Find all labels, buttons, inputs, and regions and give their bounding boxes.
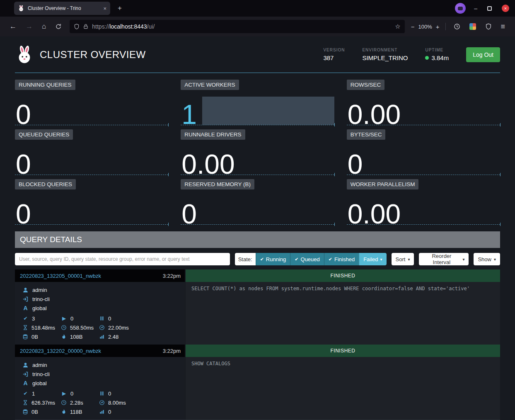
query-source: trino-cli <box>32 296 50 302</box>
bookmark-star-icon[interactable]: ☆ <box>395 23 400 30</box>
stat-active-workers: ACTIVE WORKERS 1 <box>181 80 334 125</box>
query-user-row: admin <box>22 285 185 294</box>
queued-splits: 0 <box>99 389 185 398</box>
stat-queued-queries: QUEUED QUERIES 0 <box>15 129 168 175</box>
history-clock-icon[interactable] <box>454 23 460 30</box>
privacy-shield-icon[interactable] <box>485 23 492 30</box>
resource-group-icon: A <box>22 305 29 311</box>
query-id-link[interactable]: 20220823_132202_00000_nwbzk <box>20 348 163 354</box>
query-id-link[interactable]: 20220823_132205_00001_nwbzk <box>20 273 163 279</box>
stat-label: BYTES/SEC <box>347 129 386 140</box>
zoom-level[interactable]: 100% <box>417 24 433 30</box>
check-icon: ✔ <box>260 257 264 262</box>
back-button[interactable]: ← <box>5 22 21 31</box>
cpu-time: 22.00ms <box>99 323 185 332</box>
stat-worker-parallelism: WORKER PARALLELISM 0.00 <box>347 179 500 225</box>
filter-running-button[interactable]: ✔ Running <box>256 253 290 265</box>
running-splits: ▶ 0 <box>61 314 99 323</box>
environment-label: ENVIRONMENT <box>362 48 408 52</box>
version-label: VERSION <box>323 48 345 52</box>
query-sql-text: SELECT COUNT(*) as nodes FROM system.run… <box>186 282 500 345</box>
database-icon <box>22 334 28 340</box>
cpu-time-value: 8.00ms <box>108 400 126 406</box>
sort-dropdown[interactable]: Sort ▾ <box>392 253 414 265</box>
page-header: CLUSTER OVERVIEW VERSION 387 ENVIRONMENT… <box>15 36 500 73</box>
cumulative-memory-value: 0 <box>108 409 111 415</box>
restore-button[interactable] <box>487 6 492 11</box>
check-icon: ✔ <box>329 257 332 262</box>
home-button[interactable]: ⌂ <box>37 22 51 31</box>
queued-time-value: 626.37ms <box>31 400 55 406</box>
query-status-badge: FINISHED <box>186 345 500 357</box>
elapsed-time: 558.50ms <box>61 323 99 332</box>
page-title: CLUSTER OVERVIEW <box>40 49 146 61</box>
reload-button[interactable] <box>55 23 62 30</box>
lock-icon[interactable] <box>83 24 89 29</box>
show-dropdown[interactable]: Show ▾ <box>474 253 500 265</box>
trino-page: CLUSTER OVERVIEW VERSION 387 ENVIRONMENT… <box>0 36 515 420</box>
filter-failed-dropdown[interactable]: Failed ▾ <box>359 253 386 265</box>
filter-queued-button[interactable]: ✔ Queued <box>290 253 324 265</box>
stat-value: 0.00 <box>348 104 401 125</box>
filter-queued-label: Queued <box>301 256 320 262</box>
browser-tab[interactable]: Cluster Overview - Trino × <box>14 2 110 15</box>
source-icon <box>22 371 29 377</box>
filter-finished-button[interactable]: ✔ Finished <box>324 253 359 265</box>
tab-close-icon[interactable]: × <box>103 5 106 12</box>
filter-running-label: Running <box>266 256 286 262</box>
flame-icon <box>61 409 67 415</box>
url-text: https://localhost:8443/ui/ <box>92 23 155 30</box>
window-close-button[interactable]: × <box>502 5 509 12</box>
menu-button[interactable]: ≡ <box>496 22 509 31</box>
source-icon <box>22 296 29 302</box>
query-search-input[interactable] <box>15 253 230 265</box>
gauge-icon <box>99 325 105 330</box>
current-memory-value: 0B <box>31 409 38 415</box>
stat-value: 0 <box>16 154 31 175</box>
query-row-header: 20220823_132202_00000_nwbzk 3:22pm FINIS… <box>15 345 500 357</box>
query-details-header: QUERY DETAILS <box>15 231 500 248</box>
user-icon <box>22 362 29 368</box>
chevron-down-icon: ▾ <box>462 257 464 262</box>
stat-value: 0 <box>348 154 363 175</box>
queued-time: 626.37ms <box>22 398 61 407</box>
address-bar[interactable]: https://localhost:8443/ui/ ☆ <box>70 20 404 33</box>
logout-button[interactable]: Log Out <box>466 47 500 62</box>
database-icon <box>22 409 28 415</box>
bars-icon <box>99 409 105 415</box>
user-icon <box>22 287 29 293</box>
stat-value: 0 <box>16 204 31 224</box>
stat-label: ROWS/SEC <box>347 80 385 90</box>
peak-memory: 108B <box>61 332 99 341</box>
query-toolbar: State: ✔ Running ✔ Queued ✔ Finished Fai… <box>15 253 500 265</box>
stat-value: 1 <box>181 104 197 125</box>
extension-icon[interactable] <box>469 23 476 30</box>
tracking-shield-icon[interactable] <box>74 24 80 29</box>
query-meta-panel: admin trino-cli A global ✔ 3 ▶ <box>15 282 185 345</box>
completed-splits-value: 3 <box>32 316 35 322</box>
zoom-in-button[interactable]: + <box>433 23 442 30</box>
reorder-interval-dropdown[interactable]: Reorder Interval ▾ <box>419 253 469 265</box>
zoom-out-button[interactable]: − <box>408 23 418 30</box>
new-tab-button[interactable]: + <box>115 4 124 12</box>
filter-failed-label: Failed <box>363 256 378 262</box>
resource-group-icon: A <box>22 380 29 386</box>
cumulative-memory: 0 <box>99 407 185 416</box>
stat-rows-sec: ROWS/SEC 0.00 <box>347 80 500 125</box>
current-memory-value: 0B <box>31 334 38 340</box>
account-avatar[interactable] <box>455 3 466 14</box>
elapsed-time-value: 558.50ms <box>70 325 94 331</box>
completed-splits-value: 1 <box>32 391 35 397</box>
check-icon: ✔ <box>22 391 29 396</box>
uptime-block: UPTIME 3.84m <box>425 48 449 61</box>
cluster-stats-grid: RUNNING QUERIES 0 ACTIVE WORKERS 1 ROWS/… <box>15 80 500 225</box>
stat-label: RUNNABLE DRIVERS <box>181 129 245 140</box>
queued-splits-value: 0 <box>108 316 111 322</box>
stat-reserved-memory: RESERVED MEMORY (B) 0 <box>181 179 334 225</box>
clock-icon <box>61 325 67 330</box>
forward-button[interactable]: → <box>21 22 37 31</box>
pause-icon <box>99 316 105 321</box>
query-row-body: admin trino-cli A global ✔ 1 ▶ <box>15 357 500 420</box>
minimize-button[interactable]: – <box>474 5 477 12</box>
stat-value: 0 <box>16 104 31 125</box>
